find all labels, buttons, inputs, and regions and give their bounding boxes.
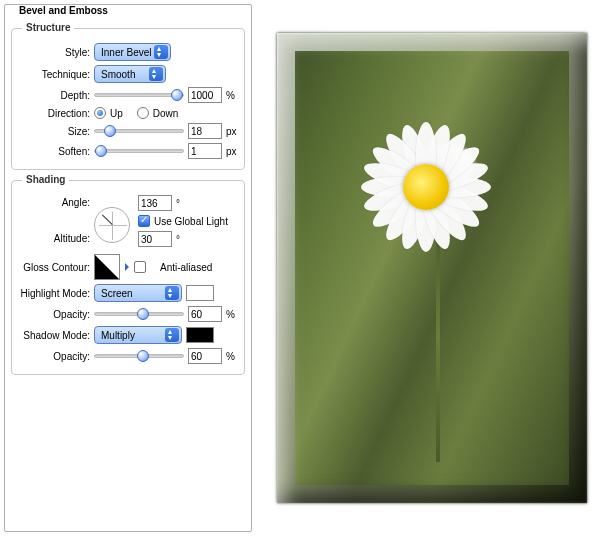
highlight-mode-label: Highlight Mode: [18,288,90,299]
shading-group: Shading Angle: ° Use Global Light ° [11,180,245,375]
shadow-mode-value: Multiply [101,330,135,341]
shadow-opacity-unit: % [226,351,238,362]
size-label: Size: [18,126,90,137]
structure-group: Structure Style: Inner Bevel ▴▾ Techniqu… [11,28,245,170]
style-select-value: Inner Bevel [101,47,152,58]
structure-group-label: Structure [22,22,74,33]
highlight-color-swatch[interactable] [186,285,214,301]
size-unit: px [226,126,238,137]
style-label: Style: [18,47,90,58]
angle-label: Angle: [18,197,90,208]
bevel-emboss-panel: Bevel and Emboss Structure Style: Inner … [4,4,252,532]
soften-slider-thumb[interactable] [95,145,107,157]
technique-label: Technique: [18,69,90,80]
size-slider[interactable] [94,129,184,133]
altitude-unit: ° [176,234,180,245]
direction-up-label: Up [110,108,123,119]
soften-unit: px [226,146,238,157]
shadow-opacity-input[interactable] [188,348,222,364]
preview-image [277,33,587,503]
soften-label: Soften: [18,146,90,157]
preview-area [268,4,596,532]
soften-input[interactable] [188,143,222,159]
select-arrows-icon: ▴▾ [168,329,176,341]
direction-down-label: Down [153,108,179,119]
altitude-input[interactable] [138,231,172,247]
select-arrows-icon: ▴▾ [168,287,176,299]
depth-input[interactable] [188,87,222,103]
gloss-contour-label: Gloss Contour: [18,262,90,273]
select-arrows-icon: ▴▾ [157,46,165,58]
soften-slider[interactable] [94,149,184,153]
highlight-opacity-slider[interactable] [94,312,184,316]
shadow-mode-select[interactable]: Multiply ▴▾ [94,326,182,344]
technique-select-value: Smooth [101,69,135,80]
panel-title: Bevel and Emboss [15,5,112,16]
highlight-mode-value: Screen [101,288,133,299]
technique-select[interactable]: Smooth ▴▾ [94,65,166,83]
size-input[interactable] [188,123,222,139]
depth-label: Depth: [18,90,90,101]
highlight-mode-select[interactable]: Screen ▴▾ [94,284,182,302]
angle-widget[interactable] [94,207,130,243]
select-arrows-icon: ▴▾ [152,68,160,80]
shading-group-label: Shading [22,174,69,185]
highlight-opacity-thumb[interactable] [137,308,149,320]
highlight-opacity-input[interactable] [188,306,222,322]
shadow-opacity-thumb[interactable] [137,350,149,362]
shadow-opacity-slider[interactable] [94,354,184,358]
angle-unit: ° [176,198,180,209]
shadow-mode-label: Shadow Mode: [18,330,90,341]
size-slider-thumb[interactable] [104,125,116,137]
depth-slider-thumb[interactable] [171,89,183,101]
shadow-opacity-label: Opacity: [18,351,90,362]
altitude-label: Altitude: [18,233,90,244]
shadow-color-swatch[interactable] [186,327,214,343]
gloss-contour-picker[interactable] [94,254,120,280]
highlight-opacity-unit: % [226,309,238,320]
antialiased-label: Anti-aliased [160,262,212,273]
angle-input[interactable] [138,195,172,211]
direction-down-radio[interactable] [137,107,149,119]
depth-slider[interactable] [94,93,184,97]
global-light-label: Use Global Light [154,216,228,227]
direction-up-radio[interactable] [94,107,106,119]
highlight-opacity-label: Opacity: [18,309,90,320]
style-select[interactable]: Inner Bevel ▴▾ [94,43,171,61]
global-light-checkbox[interactable] [138,215,150,227]
antialiased-checkbox[interactable] [134,261,146,273]
direction-label: Direction: [18,108,90,119]
depth-unit: % [226,90,238,101]
